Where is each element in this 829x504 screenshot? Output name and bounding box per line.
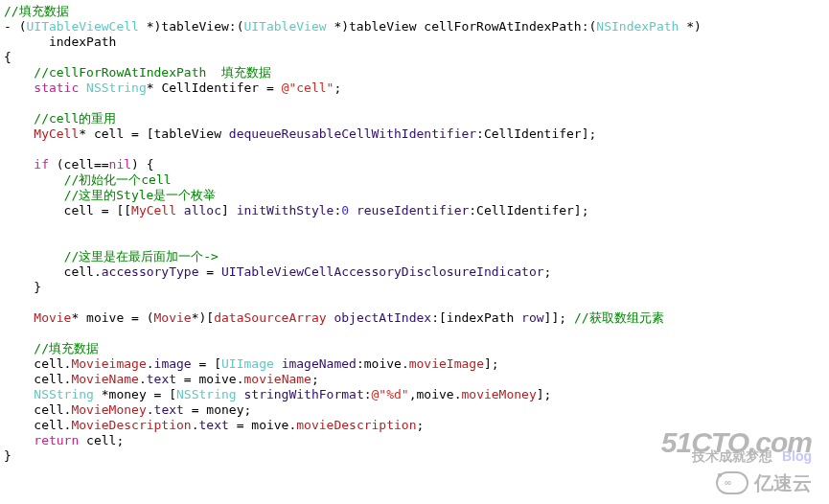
code-token: if [34, 157, 49, 172]
code-token: alloc [184, 203, 221, 218]
code-token: reuseIdentifier [357, 203, 469, 218]
code-token: * moive = ( [71, 310, 153, 325]
code-token: :moive. [357, 356, 409, 371]
code-token: static [34, 80, 79, 95]
code-token: ]]; [544, 310, 574, 325]
code-token: MovieName [71, 372, 138, 386]
code-token [349, 203, 357, 218]
code-line: } [4, 280, 41, 294]
code-line: cell.accessoryType = UITableViewCellAcce… [4, 264, 551, 279]
code-token: MovieDescription [71, 418, 191, 432]
code-line: //cellForRowAtIndexPath 填充数据 [4, 65, 271, 80]
code-token: MyCell [34, 126, 79, 141]
code-token [176, 203, 184, 218]
code-token: = [199, 264, 221, 279]
code-token: . [147, 402, 154, 417]
code-token: = money; [184, 402, 251, 417]
code-token [4, 310, 34, 325]
code-token: NSIndexPath [596, 19, 679, 34]
code-line: - (UITableViewCell *)tableView:(UITableV… [4, 19, 702, 34]
code-token: //这里的Style是一个枚举 [64, 188, 217, 202]
code-token: - ( [4, 19, 26, 34]
code-token [79, 80, 86, 95]
code-token: //初始化一个cell [64, 172, 172, 187]
code-token: cell. [4, 356, 71, 371]
code-token: Movieimage [71, 356, 146, 371]
code-token: //cellForRowAtIndexPath 填充数据 [34, 65, 271, 80]
code-token: ) { [131, 157, 153, 172]
code-token: . [147, 356, 154, 371]
code-token: *) [679, 19, 701, 34]
code-token: * cell = [tableView [79, 126, 229, 141]
code-token: MovieMoney [71, 402, 146, 417]
code-line: } [4, 448, 12, 463]
code-token: //这里是在最后面加一个-> [64, 249, 219, 263]
code-block: //填充数据 - (UITableViewCell *)tableView:(U… [0, 0, 829, 468]
code-line: if (cell==nil) { [4, 157, 154, 172]
cloud-icon: ∞ [716, 471, 748, 494]
code-token: UITableViewCellAccessoryDisclosureIndica… [221, 264, 544, 279]
code-token: ; [544, 264, 552, 279]
code-token: NSString [176, 387, 237, 401]
code-token: //填充数据 [4, 4, 69, 18]
code-token [274, 356, 282, 371]
code-token: text [154, 402, 184, 417]
code-token: Movie [34, 310, 71, 325]
code-token [4, 126, 34, 141]
code-token: text [199, 418, 229, 432]
code-token: *money = [ [94, 387, 176, 401]
code-token: = [ [192, 356, 221, 371]
code-token: initWithStyle [237, 203, 334, 218]
code-token: * CellIdentifer = [147, 80, 282, 95]
code-token: UITableView [243, 19, 326, 34]
yisu-watermark-text: 亿速云 [754, 475, 812, 491]
code-token: @"%d" [372, 387, 409, 401]
code-token: 0 [341, 203, 349, 218]
code-token: NSString [34, 387, 94, 401]
code-token: Movie [154, 310, 192, 325]
code-token: ]; [537, 387, 552, 401]
code-token: MyCell [131, 203, 176, 218]
code-token: ] [221, 203, 237, 218]
code-line: //初始化一个cell [4, 172, 172, 187]
code-token: @"cell" [282, 80, 334, 95]
code-token: (cell== [49, 157, 109, 172]
code-line: cell = [[MyCell alloc] initWithStyle:0 r… [4, 203, 589, 218]
code-token: cell. [4, 418, 71, 432]
code-token: *)tableView:( [139, 19, 244, 34]
code-token: text [147, 372, 176, 386]
code-token [4, 172, 64, 187]
code-token: movieImage [409, 356, 484, 371]
code-token: //cell的重用 [34, 111, 116, 126]
code-line: NSString *money = [NSString stringWithFo… [4, 387, 551, 401]
code-token: return [34, 433, 79, 447]
code-token: :CellIdentifer]; [476, 126, 596, 141]
code-token [4, 387, 34, 401]
code-token: ; [417, 418, 425, 432]
code-token: accessoryType [102, 264, 199, 279]
code-token: nil [109, 157, 131, 172]
code-line: static NSString* CellIdentifer = @"cell"… [4, 80, 341, 95]
yisu-watermark: ∞ 亿速云 [716, 471, 812, 494]
code-token: //填充数据 [34, 341, 99, 355]
code-line: cell.MovieMoney.text = money; [4, 402, 251, 417]
code-token: } [4, 448, 12, 463]
code-token: imageNamed [282, 356, 357, 371]
code-line: //这里是在最后面加一个-> [4, 249, 219, 263]
code-token: cell. [4, 402, 71, 417]
code-token: image [154, 356, 192, 371]
code-token: movieMoney [461, 387, 536, 401]
code-line: return cell; [4, 433, 124, 447]
code-token: UITableViewCell [26, 19, 138, 34]
code-line: cell.MovieDescription.text = moive.movie… [4, 418, 424, 432]
code-token [4, 433, 34, 447]
code-token [4, 341, 34, 355]
code-line: indexPath [4, 34, 116, 49]
code-token: : [364, 387, 372, 401]
code-line: //这里的Style是一个枚举 [4, 188, 216, 202]
code-token: ,moive. [409, 387, 462, 401]
code-token [4, 65, 34, 80]
code-token: stringWithFormat [243, 387, 363, 401]
code-token: cell = [[ [4, 203, 131, 218]
code-line: Movie* moive = (Movie*)[dataSourceArray … [4, 310, 664, 325]
